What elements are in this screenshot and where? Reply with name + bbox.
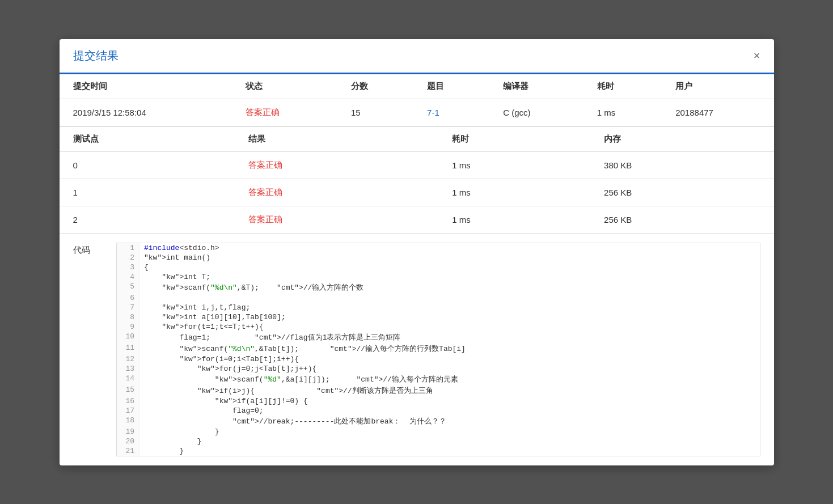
code-line: 10 flag=1; "cmt">//flag值为1表示方阵是上三角矩阵 <box>117 332 760 343</box>
status-badge: 答案正确 <box>246 107 280 117</box>
testpoint-row: 0 答案正确 1 ms 380 KB <box>60 151 774 179</box>
modal-dialog: 提交结果 × 提交时间 状态 分数 题目 编译器 耗时 用户 2019/3/15… <box>60 39 774 465</box>
tp-id: 2 <box>60 206 235 233</box>
line-content: "kw">if(i>j){ "cmt">//判断该方阵是否为上三角 <box>139 385 760 396</box>
col-header-status: 状态 <box>232 74 337 99</box>
line-content: "kw">int T; <box>139 272 760 282</box>
code-line: 4 "kw">int T; <box>117 272 760 282</box>
tp-col-result: 结果 <box>235 126 438 151</box>
line-content: "kw">int a[10][10],Tab[100]; <box>139 312 760 322</box>
line-content: "kw">int main() <box>139 253 760 262</box>
code-line: 2"kw">int main() <box>117 253 760 262</box>
tp-duration: 1 ms <box>438 151 590 179</box>
code-line: 6 <box>117 293 760 303</box>
code-line: 14 "kw">scanf("%d",&a[i][j]); "cmt">//输入… <box>117 374 760 385</box>
submit-compiler: C (gcc) <box>489 99 583 126</box>
code-section: 代码 1#include<stdio.h>2"kw">int main()3{4… <box>60 234 774 465</box>
line-content: "kw">scanf("%d\n",&T); "cmt">//输入方阵的个数 <box>139 282 760 293</box>
tp-id: 0 <box>60 151 235 179</box>
line-content: "kw">for(t=1;t<=T;t++){ <box>139 322 760 332</box>
testpoints-table: 测试点 结果 耗时 内存 0 答案正确 1 ms 380 KB 1 答案正确 1… <box>60 126 774 234</box>
line-number: 7 <box>117 303 139 312</box>
modal-body: 提交时间 状态 分数 题目 编译器 耗时 用户 2019/3/15 12:58:… <box>60 74 774 465</box>
line-content: "kw">for(i=0;i<Tab[t];i++){ <box>139 354 760 364</box>
line-content <box>139 293 760 303</box>
line-content: "kw">for(j=0;j<Tab[t];j++){ <box>139 364 760 374</box>
line-content: } <box>139 446 760 456</box>
line-content: flag=1; "cmt">//flag值为1表示方阵是上三角矩阵 <box>139 332 760 343</box>
line-number: 5 <box>117 282 139 293</box>
submit-status: 答案正确 <box>232 99 337 126</box>
code-line: 5 "kw">scanf("%d\n",&T); "cmt">//输入方阵的个数 <box>117 282 760 293</box>
col-header-score: 分数 <box>337 74 413 99</box>
line-content: flag=0; <box>139 406 760 416</box>
tp-memory: 256 KB <box>590 179 773 206</box>
line-content: #include<stdio.h> <box>139 243 760 253</box>
line-number: 2 <box>117 253 139 262</box>
line-number: 9 <box>117 322 139 332</box>
submission-row: 2019/3/15 12:58:04 答案正确 15 7-1 C (gcc) 1… <box>60 99 774 126</box>
line-number: 3 <box>117 262 139 272</box>
line-content: "cmt">//break;---------此处不能加break： 为什么？？ <box>139 416 760 427</box>
tp-result: 答案正确 <box>235 206 438 233</box>
code-line: 13 "kw">for(j=0;j<Tab[t];j++){ <box>117 364 760 374</box>
code-line: 19 } <box>117 427 760 437</box>
line-content: } <box>139 437 760 446</box>
col-header-compiler: 编译器 <box>489 74 583 99</box>
code-line: 20 } <box>117 437 760 446</box>
testpoint-row: 1 答案正确 1 ms 256 KB <box>60 179 774 206</box>
line-number: 6 <box>117 293 139 303</box>
modal-header: 提交结果 × <box>60 39 774 74</box>
line-number: 11 <box>117 343 139 354</box>
tp-result: 答案正确 <box>235 151 438 179</box>
line-content: } <box>139 427 760 437</box>
submit-problem: 7-1 <box>413 99 489 126</box>
code-line: 11 "kw">scanf("%d\n",&Tab[t]); "cmt">//输… <box>117 343 760 354</box>
line-content: "kw">if(a[i][j]!=0) { <box>139 396 760 406</box>
tp-memory: 256 KB <box>590 206 773 233</box>
tp-id: 1 <box>60 179 235 206</box>
line-number: 15 <box>117 385 139 396</box>
line-number: 10 <box>117 332 139 343</box>
code-line: 21 } <box>117 446 760 456</box>
line-number: 12 <box>117 354 139 364</box>
line-number: 1 <box>117 243 139 253</box>
code-line: 17 flag=0; <box>117 406 760 416</box>
submit-user: 20188477 <box>662 99 773 126</box>
col-header-problem: 题目 <box>413 74 489 99</box>
code-table: 1#include<stdio.h>2"kw">int main()3{4 "k… <box>117 243 760 456</box>
code-line: 16 "kw">if(a[i][j]!=0) { <box>117 396 760 406</box>
code-line: 7 "kw">int i,j,t,flag; <box>117 303 760 312</box>
line-number: 21 <box>117 446 139 456</box>
tp-col-memory: 内存 <box>590 126 773 151</box>
tp-memory: 380 KB <box>590 151 773 179</box>
line-content: "kw">int i,j,t,flag; <box>139 303 760 312</box>
code-line: 18 "cmt">//break;---------此处不能加break： 为什… <box>117 416 760 427</box>
code-line: 8 "kw">int a[10][10],Tab[100]; <box>117 312 760 322</box>
modal-title: 提交结果 <box>73 48 119 63</box>
problem-link[interactable]: 7-1 <box>427 108 439 117</box>
code-line: 3{ <box>117 262 760 272</box>
code-container[interactable]: 1#include<stdio.h>2"kw">int main()3{4 "k… <box>116 243 760 456</box>
line-number: 14 <box>117 374 139 385</box>
tp-col-duration: 耗时 <box>438 126 590 151</box>
line-number: 13 <box>117 364 139 374</box>
submission-table: 提交时间 状态 分数 题目 编译器 耗时 用户 2019/3/15 12:58:… <box>60 74 774 126</box>
line-number: 4 <box>117 272 139 282</box>
line-number: 17 <box>117 406 139 416</box>
col-header-user: 用户 <box>662 74 773 99</box>
line-content: "kw">scanf("%d\n",&Tab[t]); "cmt">//输入每个… <box>139 343 760 354</box>
code-line: 9 "kw">for(t=1;t<=T;t++){ <box>117 322 760 332</box>
code-line: 1#include<stdio.h> <box>117 243 760 253</box>
line-number: 20 <box>117 437 139 446</box>
code-line: 12 "kw">for(i=0;i<Tab[t];i++){ <box>117 354 760 364</box>
close-button[interactable]: × <box>754 50 760 61</box>
tp-col-id: 测试点 <box>60 126 235 151</box>
line-number: 18 <box>117 416 139 427</box>
line-content: { <box>139 262 760 272</box>
line-number: 16 <box>117 396 139 406</box>
tp-duration: 1 ms <box>438 206 590 233</box>
line-number: 8 <box>117 312 139 322</box>
col-header-duration: 耗时 <box>583 74 662 99</box>
code-line: 15 "kw">if(i>j){ "cmt">//判断该方阵是否为上三角 <box>117 385 760 396</box>
